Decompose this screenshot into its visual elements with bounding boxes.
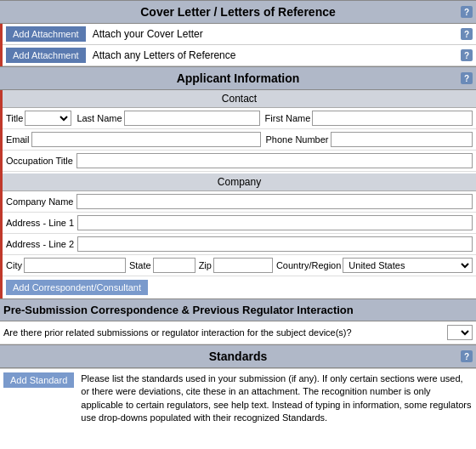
address2-label: Address - Line 2 <box>6 239 74 249</box>
standards-description: Please list the standards used in your s… <box>81 372 473 425</box>
applicant-info-section: Applicant Information ? Contact Title Mr… <box>0 66 476 298</box>
cover-letter-attachment-row-1: Add Attachment Attach your Cover Letter … <box>3 24 476 45</box>
add-standard-button[interactable]: Add Standard <box>3 372 74 388</box>
company-name-row: Company Name <box>3 191 476 213</box>
cover-letter-attachments: Add Attachment Attach your Cover Letter … <box>0 24 476 66</box>
pre-submission-question: Are there prior related submissions or r… <box>3 327 444 338</box>
cover-letter-attach-text-2: Attach any Letters of Reference <box>93 49 236 61</box>
standards-help-icon[interactable]: ? <box>461 350 473 362</box>
add-correspondent-button[interactable]: Add Correspondent/Consultant <box>6 280 148 295</box>
first-name-input[interactable] <box>312 111 473 126</box>
pre-submission-question-row: Are there prior related submissions or r… <box>0 321 476 344</box>
zip-input[interactable] <box>213 258 273 273</box>
prior-submissions-select[interactable]: Yes No <box>447 325 473 340</box>
occupation-row: Occupation Title <box>3 151 476 172</box>
standards-header: Standards ? <box>0 344 476 368</box>
phone-label: Phone Number <box>266 134 329 145</box>
address2-input[interactable] <box>77 236 473 252</box>
cover-letter-help-icon[interactable]: ? <box>461 6 473 18</box>
title-select[interactable]: Mr. Ms. Mrs. Dr. <box>25 111 71 126</box>
applicant-contact-wrapper: Contact Title Mr. Ms. Mrs. Dr. Last Name… <box>0 90 476 298</box>
address1-label: Address - Line 1 <box>6 218 74 228</box>
name-row: Title Mr. Ms. Mrs. Dr. Last Name First N… <box>3 108 476 129</box>
applicant-info-help-icon[interactable]: ? <box>461 72 473 84</box>
zip-label: Zip <box>199 260 212 270</box>
email-input[interactable] <box>31 132 261 147</box>
pre-submission-title: Pre-Submission Correspondence & Previous… <box>3 304 354 316</box>
company-sub-header: Company <box>3 173 476 191</box>
city-input[interactable] <box>24 258 126 273</box>
cover-letter-title: Cover Letter / Letters of Reference <box>140 5 336 19</box>
pre-submission-header: Pre-Submission Correspondence & Previous… <box>0 298 476 321</box>
cover-letter-attachment-row-2: Add Attachment Attach any Letters of Ref… <box>3 45 476 66</box>
last-name-input[interactable] <box>124 111 260 126</box>
country-label: Country/Region <box>276 260 341 270</box>
title-label: Title <box>6 113 23 123</box>
last-name-label: Last Name <box>76 113 122 123</box>
email-label: Email <box>6 134 30 145</box>
city-state-zip-row: City State Zip Country/Region United Sta… <box>3 255 476 276</box>
add-standard-wrapper: Add Standard <box>3 372 74 425</box>
email-phone-row: Email Phone Number <box>3 129 476 151</box>
address-line2-row: Address - Line 2 <box>3 234 476 255</box>
address1-input[interactable] <box>77 215 473 230</box>
standards-content-row: Add Standard Please list the standards u… <box>0 368 476 429</box>
add-cover-letter-button[interactable]: Add Attachment <box>6 26 86 42</box>
company-name-input[interactable] <box>76 194 473 209</box>
phone-input[interactable] <box>331 132 473 147</box>
city-label: City <box>6 260 22 270</box>
cover-letter-attach-help-1[interactable]: ? <box>461 28 473 40</box>
cover-letter-attach-text-1: Attach your Cover Letter <box>93 28 203 40</box>
address-line1-row: Address - Line 1 <box>3 213 476 234</box>
add-correspondent-wrapper: Add Correspondent/Consultant <box>3 276 476 298</box>
applicant-info-title: Applicant Information <box>177 71 300 85</box>
company-name-label: Company Name <box>6 196 73 207</box>
cover-letter-section: Cover Letter / Letters of Reference ? Ad… <box>0 0 476 66</box>
state-input[interactable] <box>153 258 196 273</box>
first-name-label: First Name <box>265 113 311 123</box>
cover-letter-header: Cover Letter / Letters of Reference ? <box>0 0 476 24</box>
contact-sub-header: Contact <box>3 90 476 108</box>
pre-submission-section: Pre-Submission Correspondence & Previous… <box>0 298 476 344</box>
occupation-label: Occupation Title <box>6 156 73 166</box>
cover-letter-attach-help-2[interactable]: ? <box>461 49 473 61</box>
state-label: State <box>129 260 151 270</box>
occupation-input[interactable] <box>76 153 473 168</box>
applicant-info-header: Applicant Information ? <box>0 66 476 90</box>
standards-section: Standards ? Add Standard Please list the… <box>0 344 476 429</box>
standards-title: Standards <box>209 350 267 363</box>
country-select[interactable]: United States Canada Other <box>343 258 473 273</box>
add-letters-reference-button[interactable]: Add Attachment <box>6 48 86 63</box>
